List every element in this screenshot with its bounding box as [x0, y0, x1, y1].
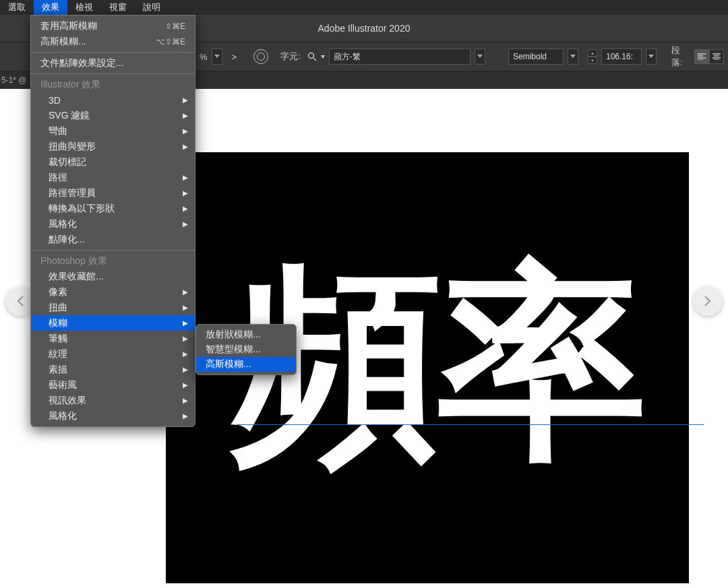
submenu-arrow-icon: ▶	[183, 397, 188, 404]
submenu-arrow-icon: ▶	[183, 304, 188, 311]
menu-last-effect[interactable]: 高斯模糊... ⌥⇧⌘E	[31, 34, 195, 49]
opacity-dropdown[interactable]	[212, 48, 222, 65]
align-center-button[interactable]	[709, 49, 724, 64]
menu-pathfinder[interactable]: 路徑管理員▶	[31, 185, 195, 201]
chevron-down-icon	[321, 53, 325, 60]
menu-help[interactable]: 說明	[135, 0, 169, 15]
opacity-unit: %	[200, 52, 208, 62]
gallery-next-button[interactable]	[693, 286, 723, 316]
menu-effects[interactable]: 效果	[34, 0, 67, 15]
document-tab[interactable]: 5-1* @	[1, 75, 27, 85]
font-size-input[interactable]: 106.16:	[601, 48, 642, 65]
submenu-arrow-icon: ▶	[183, 366, 188, 373]
menu-path[interactable]: 路徑▶	[31, 170, 195, 185]
blur-submenu: 放射狀模糊... 智慧型模糊... 高斯模糊...	[195, 324, 297, 375]
text-baseline	[237, 424, 704, 425]
font-weight-dropdown[interactable]	[568, 48, 578, 65]
font-family-select[interactable]: 蘋方-繁	[329, 48, 471, 65]
submenu-arrow-icon: ▶	[183, 288, 188, 296]
menu-artistic[interactable]: 藝術風▶	[31, 377, 195, 393]
svg-marker-0	[214, 55, 220, 58]
submenu-gaussian-blur[interactable]: 高斯模糊...	[196, 357, 296, 372]
submenu-arrow-icon: ▶	[183, 319, 188, 327]
menu-video[interactable]: 視訊效果▶	[31, 393, 195, 408]
char-label: 字元:	[280, 51, 301, 63]
submenu-smart-blur[interactable]: 智慧型模糊...	[196, 342, 296, 357]
separator	[31, 73, 195, 74]
submenu-arrow-icon: ▶	[183, 112, 188, 119]
menu-texture[interactable]: 紋理▶	[31, 346, 195, 362]
menu-distort-transform[interactable]: 扭曲與變形▶	[31, 139, 195, 154]
menu-blur[interactable]: 模糊▶	[31, 315, 195, 331]
menu-crop-marks[interactable]: 裁切標記	[31, 154, 195, 170]
font-size-dropdown[interactable]	[646, 48, 657, 65]
submenu-arrow-icon: ▶	[183, 96, 188, 104]
svg-point-1	[308, 53, 313, 59]
font-size-stepper[interactable]: ▲▼	[588, 49, 597, 64]
menu-3d[interactable]: 3D▶	[31, 92, 195, 108]
svg-marker-4	[477, 55, 483, 58]
menu-header-illustrator-effects: Illustrator 效果	[31, 77, 195, 92]
menu-doc-raster-settings[interactable]: 文件點陣效果設定...	[31, 55, 195, 71]
align-left-button[interactable]	[694, 49, 709, 64]
app-title: Adobe Illustrator 2020	[318, 23, 411, 34]
menu-svg-filters[interactable]: SVG 濾鏡▶	[31, 108, 195, 123]
submenu-radial-blur[interactable]: 放射狀模糊...	[196, 327, 296, 342]
menu-rasterize[interactable]: 點陣化...	[31, 232, 195, 247]
menubar: 選取 效果 檢視 視窗 說明	[0, 0, 728, 15]
menu-convert-to-shape[interactable]: 轉換為以下形狀▶	[31, 201, 195, 216]
menu-warp[interactable]: 彎曲▶	[31, 123, 195, 139]
menu-stylize-ai[interactable]: 風格化▶	[31, 216, 195, 232]
menu-pixelate[interactable]: 像素▶	[31, 284, 195, 300]
submenu-arrow-icon: ▶	[183, 350, 188, 358]
menu-header-photoshop-effects: Photoshop 效果	[31, 253, 195, 269]
menu-sketch[interactable]: 素描▶	[31, 362, 195, 377]
svg-marker-5	[570, 55, 576, 58]
menu-apply-last-effect[interactable]: 套用高斯模糊 ⇧⌘E	[31, 18, 195, 34]
chevron-left-icon	[16, 295, 24, 307]
effects-dropdown: 套用高斯模糊 ⇧⌘E 高斯模糊... ⌥⇧⌘E 文件點陣效果設定... Illu…	[30, 15, 195, 427]
submenu-arrow-icon: ▶	[183, 189, 188, 197]
menu-distort-ps[interactable]: 扭曲▶	[31, 300, 195, 315]
shortcut: ⇧⌘E	[165, 22, 185, 31]
recolor-icon[interactable]	[253, 49, 268, 64]
submenu-arrow-icon: ▶	[183, 127, 188, 135]
menu-window[interactable]: 視窗	[101, 0, 135, 15]
font-family-dropdown[interactable]	[475, 48, 485, 65]
paragraph-label: 段落:	[671, 44, 688, 69]
chevron-right-icon	[704, 295, 712, 307]
submenu-arrow-icon: ▶	[183, 205, 188, 212]
search-icon[interactable]	[307, 52, 317, 61]
separator	[31, 250, 195, 251]
font-weight-select[interactable]: Semibold	[508, 48, 564, 65]
menu-view[interactable]: 檢視	[67, 0, 101, 15]
submenu-arrow-icon: ▶	[183, 412, 188, 420]
submenu-arrow-icon: ▶	[183, 220, 188, 228]
menu-effect-gallery[interactable]: 效果收藏館...	[31, 269, 195, 284]
submenu-arrow-icon: ▶	[183, 143, 188, 150]
menu-select[interactable]: 選取	[0, 0, 34, 15]
submenu-arrow-icon: ▶	[183, 381, 188, 389]
menu-stylize-ps[interactable]: 風格化▶	[31, 408, 195, 424]
svg-line-2	[313, 58, 316, 61]
separator	[31, 52, 195, 53]
submenu-arrow-icon: ▶	[183, 335, 188, 342]
svg-marker-6	[648, 55, 654, 58]
shortcut: ⌥⇧⌘E	[156, 37, 185, 46]
svg-marker-3	[321, 55, 325, 59]
submenu-arrow-icon: ▶	[183, 174, 188, 181]
menu-brush-strokes[interactable]: 筆觸▶	[31, 331, 195, 346]
